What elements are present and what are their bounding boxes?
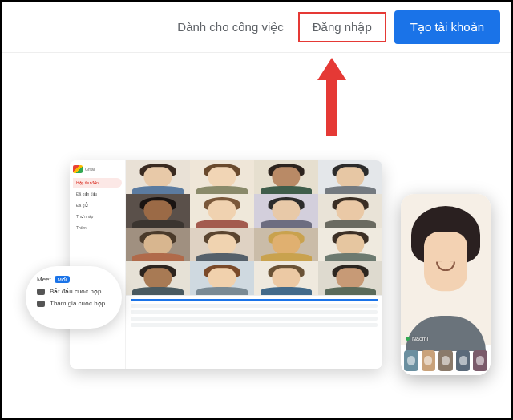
join-meeting-row: Tham gia cuộc họp (37, 300, 111, 307)
active-tab-bar (131, 299, 378, 301)
mail-row (131, 323, 378, 327)
create-account-button[interactable]: Tạo tài khoản (394, 10, 500, 44)
mail-row (131, 304, 378, 308)
arrow-head-icon (317, 58, 346, 80)
phone-smile (436, 261, 455, 271)
hero-illustration: Gmail Hộp thư đến Đã gắn dấu Đã gửi Thư … (26, 160, 491, 385)
video-cell (318, 160, 382, 194)
video-cell (126, 261, 190, 295)
video-cell (318, 194, 382, 228)
video-cell (254, 160, 318, 194)
keyboard-icon (37, 301, 45, 307)
thumbnail (422, 350, 436, 371)
header: Dành cho công việc Đăng nhập Tạo tài kho… (2, 2, 511, 53)
video-cell (254, 261, 318, 295)
phone-body (406, 316, 486, 351)
nav-inbox: Hộp thư đến (73, 178, 122, 188)
thumbnail (404, 350, 418, 371)
nav-sent: Đã gửi (73, 200, 122, 210)
caller-name: Naomi (412, 336, 428, 341)
video-cell (190, 194, 254, 228)
video-cell (318, 261, 382, 295)
nav-drafts: Thư nháp (73, 212, 122, 221)
meet-bubble: Meet MỚI Bắt đầu cuộc họp Tham gia cuộc … (26, 266, 122, 329)
video-cell (126, 228, 190, 261)
meet-title: Meet (37, 276, 51, 283)
video-cell (318, 228, 382, 261)
video-cell (254, 194, 318, 228)
arrow-shaft (326, 80, 337, 136)
nav-more: Thêm (73, 223, 122, 232)
start-meeting-row: Bắt đầu cuộc họp (37, 288, 111, 295)
video-camera-icon (37, 289, 45, 295)
mail-row (131, 317, 378, 321)
video-cell (126, 160, 190, 194)
caller-label: Naomi (406, 336, 428, 341)
new-badge: MỚI (55, 276, 71, 283)
video-grid: ▦👥 (126, 160, 382, 295)
gmail-logo: Gmail (73, 165, 122, 173)
laptop-content: ▦👥 (126, 160, 382, 369)
arrow-annotation (317, 58, 346, 136)
video-cell (190, 261, 254, 295)
video-cell (190, 160, 254, 194)
thumbnail (473, 350, 487, 371)
gmail-icon (73, 165, 83, 173)
mail-row (131, 310, 378, 314)
video-cell (190, 228, 254, 261)
gmail-brand-text: Gmail (85, 167, 95, 172)
phone-mock: Naomi (401, 194, 491, 375)
page-frame: Dành cho công việc Đăng nhập Tạo tài kho… (0, 0, 513, 420)
start-meeting-label: Bắt đầu cuộc họp (50, 288, 101, 295)
video-cell (254, 228, 318, 261)
thumbnail (456, 350, 471, 371)
join-meeting-label: Tham gia cuộc họp (50, 300, 105, 307)
video-cell (126, 194, 190, 228)
mail-list (126, 295, 382, 369)
thumbnail (438, 350, 453, 371)
nav-starred: Đã gắn dấu (73, 189, 122, 199)
gmail-sidebar: Gmail Hộp thư đến Đã gắn dấu Đã gửi Thư … (70, 160, 126, 369)
for-work-link[interactable]: Dành cho công việc (163, 12, 297, 42)
phone-face (424, 232, 467, 291)
status-dot-icon (406, 337, 410, 341)
sign-in-link[interactable]: Đăng nhập (298, 12, 386, 42)
laptop-mock: Gmail Hộp thư đến Đã gắn dấu Đã gửi Thư … (70, 160, 382, 369)
phone-video: Naomi (401, 194, 491, 345)
